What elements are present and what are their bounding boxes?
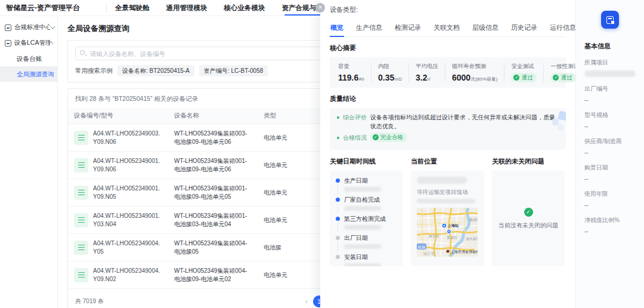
pass-badge: 通过 xyxy=(511,73,537,82)
redacted-date xyxy=(344,244,381,249)
quality-conclusion-box: 综合评价 设备各项指标均达到或超过设计要求，无任何异常或未解决问题，质量状态优良… xyxy=(330,108,566,150)
redacted-date xyxy=(344,206,381,211)
sidebar-item-device-lca[interactable]: 设备LCA管理 xyxy=(0,35,57,51)
pagination-prev-icon[interactable]: ‹ xyxy=(305,297,308,306)
sidebar-item-global-trace[interactable]: 全局溯源查询 xyxy=(0,66,57,82)
core-summary-title: 核心摘要 xyxy=(330,44,566,53)
check-icon xyxy=(513,75,519,81)
sidebar: 合规标准中心 设备LCA管理 设备台账 全局溯源查询 xyxy=(0,16,58,308)
timeline-item: 第三方检测完成 xyxy=(336,215,397,230)
search-icon xyxy=(80,50,85,55)
check-icon xyxy=(373,134,379,140)
svg-text:静安区: 静安区 xyxy=(429,234,439,238)
document-icon xyxy=(606,16,614,24)
field-project: 所属项目 xyxy=(584,58,636,77)
device-list-icon xyxy=(74,241,88,255)
redacted-location-name xyxy=(417,177,467,184)
timeline-title: 关键日期时间线 xyxy=(330,157,402,166)
timeline-dot xyxy=(336,255,340,259)
timeline-dot xyxy=(336,236,340,240)
redacted-date xyxy=(344,263,381,266)
location-status: 等待运输至项目现场 xyxy=(417,189,478,196)
tab-hierarchy-info[interactable]: 层级信息 xyxy=(472,21,499,36)
device-list-icon xyxy=(74,131,88,145)
device-type-label: 设备类型: xyxy=(330,0,566,14)
device-list-icon xyxy=(74,268,88,282)
bullet-dot xyxy=(337,137,339,139)
redacted-date xyxy=(344,225,381,230)
close-icon[interactable] xyxy=(315,3,325,13)
issues-title: 关联的未关闭问题 xyxy=(492,157,565,166)
tab-runtime-info[interactable]: 运行信息 xyxy=(549,21,577,36)
pagination-total: 共 7019 条 xyxy=(75,297,104,306)
device-lca-icon xyxy=(5,40,11,47)
metric-capacity: 容量 119.6Ah xyxy=(337,63,371,82)
app-logo: 智储星云-资产管理平台 xyxy=(0,3,86,13)
drawer-tabs: 概览 生产信息 检测记录 关联文档 层级信息 历史记录 运行信息 故障预警 xyxy=(330,21,566,37)
location-map[interactable]: 机场 杨浦区 静安区 黄浦区 浦东新区 徐汇区 上海站 上海世博会博物馆 xyxy=(417,208,478,257)
device-list-icon xyxy=(74,186,88,200)
metric-cycle-life: 循环寿命预测 6000次(80%容量) xyxy=(445,63,504,82)
evaluation-label: 综合评价 xyxy=(343,113,367,122)
tab-history[interactable]: 历史记录 xyxy=(510,21,538,36)
field-supplier: 供应商/制造商 -- xyxy=(584,137,636,156)
sidebar-item-device-ledger[interactable]: 设备台账 xyxy=(0,51,57,66)
tab-related-docs[interactable]: 关联文档 xyxy=(433,21,460,36)
top-nav: 全景驾驶舱 通用管理模块 核心业务模块 资产合规与溯源 xyxy=(115,0,330,16)
location-card: 等待运输至项目现场 xyxy=(411,171,484,266)
metric-avg-voltage: 平均电压 3.2V xyxy=(408,63,445,82)
timeline-dot xyxy=(336,217,340,221)
issues-card: 当前没有未关闭的问题 xyxy=(492,171,565,266)
basic-info-title: 基本信息 xyxy=(584,42,636,51)
bullet-dot xyxy=(337,116,339,119)
svg-text:上海世博会博物馆: 上海世博会博物馆 xyxy=(450,250,478,254)
basic-info-button[interactable] xyxy=(601,11,619,29)
evaluation-text: 设备各项指标均达到或超过设计要求，无任何异常或未解决问题，质量状态优良。 xyxy=(370,113,559,131)
check-icon xyxy=(553,75,559,81)
col-header-code: 设备编号/型号 xyxy=(68,108,168,124)
sidebar-item-compliance-center[interactable]: 合规标准中心 xyxy=(0,20,57,35)
field-model-spec: 型号规格 -- xyxy=(584,111,636,130)
tab-overview[interactable]: 概览 xyxy=(330,21,344,36)
example-tag-device-name[interactable]: 设备名称: BT20250415-A xyxy=(117,65,194,76)
core-summary-metrics: 容量 119.6Ah 内阻 0.35mΩ 平均电压 3.2V 循环寿命预测 60… xyxy=(330,57,566,88)
timeline-card: 生产日期 厂家自检完成 第三方检测完成 出厂日期 安装日期 xyxy=(330,171,402,266)
nav-core-business[interactable]: 核心业务模块 xyxy=(224,0,265,16)
decorative-cubes-icon xyxy=(544,110,566,134)
timeline-item: 出厂日期 xyxy=(336,234,397,249)
pass-badge: 通过 xyxy=(550,73,576,82)
chevron-down-icon xyxy=(50,24,55,29)
qualified-badge: 完全合格 xyxy=(370,133,407,142)
tab-inspection-records[interactable]: 检测记录 xyxy=(394,21,422,36)
tab-production-info[interactable]: 生产信息 xyxy=(355,21,383,36)
metric-internal-resistance: 内阻 0.35mΩ xyxy=(371,63,408,82)
header-divider xyxy=(106,4,107,11)
location-title: 当前位置 xyxy=(411,157,484,166)
redacted-location-detail xyxy=(417,199,475,204)
timeline-dot xyxy=(336,198,340,202)
timeline-item: 生产日期 xyxy=(336,177,397,192)
metric-safety-test: 安全测试 通过 xyxy=(504,63,543,82)
svg-text:杨浦区: 杨浦区 xyxy=(469,217,478,222)
nav-general-modules[interactable]: 通用管理模块 xyxy=(166,0,208,16)
status-label: 合格情况 xyxy=(343,134,367,142)
timeline-item: 安装日期 xyxy=(336,253,397,266)
redacted-date xyxy=(344,187,381,192)
compliance-center-icon xyxy=(5,24,11,31)
field-service-life: 使用年限 -- xyxy=(584,190,636,208)
col-header-type: 类型 xyxy=(258,108,326,124)
field-residual-ratio: 净残值比例% -- xyxy=(584,216,636,235)
examples-label: 常用搜索示例 xyxy=(75,67,113,75)
timeline-item: 厂家自检完成 xyxy=(336,196,397,211)
example-tag-asset-code[interactable]: 资产编号: LC-BT-0058 xyxy=(199,65,268,76)
no-issues-text: 当前没有未关闭的问题 xyxy=(499,221,558,230)
svg-text:上海站: 上海站 xyxy=(447,223,459,228)
timeline-dot xyxy=(336,178,340,183)
svg-text:徐汇区: 徐汇区 xyxy=(424,251,435,256)
nav-dashboard[interactable]: 全景驾驶舱 xyxy=(115,0,150,16)
quality-title: 质量结论 xyxy=(330,94,566,103)
check-circle-icon xyxy=(524,208,533,217)
detail-drawer: 设备类型: 概览 生产信息 检测记录 关联文档 层级信息 历史记录 运行信息 故… xyxy=(320,0,575,308)
col-header-name: 设备名称 xyxy=(168,108,258,124)
svg-text:浦东新区: 浦东新区 xyxy=(466,236,478,241)
